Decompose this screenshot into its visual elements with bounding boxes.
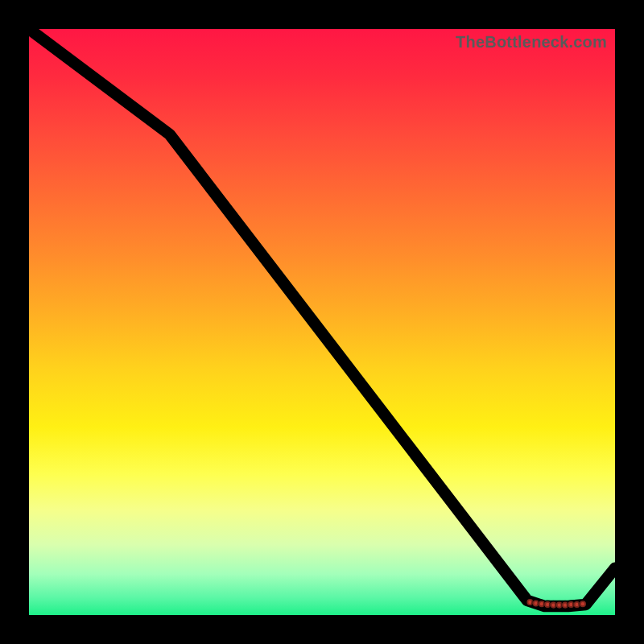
marker-group: [526, 599, 586, 609]
data-line: [29, 29, 615, 606]
plot-area: TheBottleneck.com: [29, 29, 615, 615]
chart-svg: [29, 29, 615, 615]
data-marker: [580, 601, 586, 607]
chart-frame: TheBottleneck.com: [0, 0, 644, 644]
